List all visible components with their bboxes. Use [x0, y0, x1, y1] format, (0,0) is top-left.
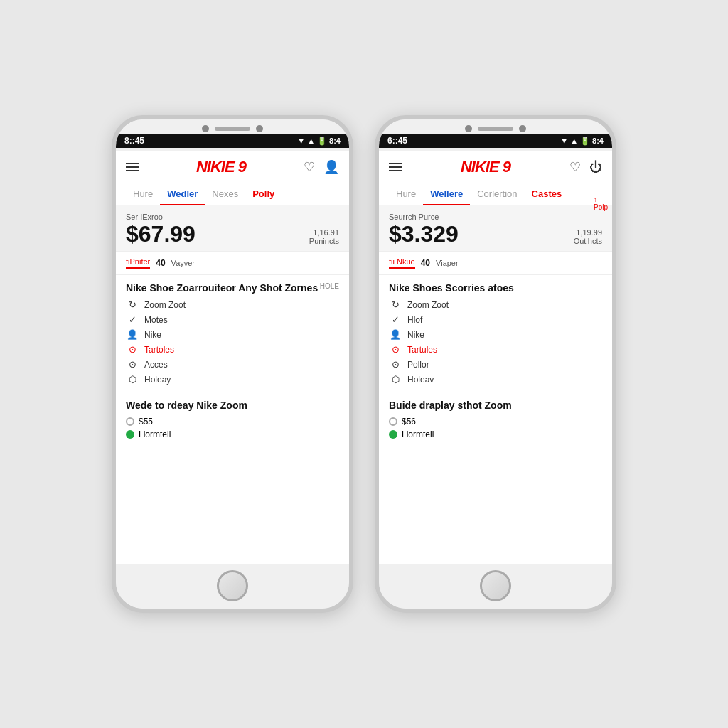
- feature-label-5: Holeav: [407, 375, 434, 385]
- feature-icon-3: ⊙: [126, 344, 139, 355]
- filter-tab-1[interactable]: fii Nkue: [389, 257, 415, 269]
- nav-tab-3[interactable]: Castes: [525, 186, 569, 205]
- menu-icon[interactable]: [126, 163, 139, 171]
- price-option-1[interactable]: $55: [126, 417, 339, 427]
- header-icons: ♡⏻: [569, 159, 602, 175]
- nav-tabs: HureWedlerNexesPolly: [116, 181, 349, 205]
- price-option-1[interactable]: $56: [389, 417, 602, 427]
- feature-icon-2: 👤: [126, 329, 139, 340]
- nav-tab-2[interactable]: Corlertion: [470, 186, 524, 205]
- home-button[interactable]: [480, 570, 511, 601]
- price-row: $3.3291,19.99Outihcts: [389, 223, 602, 245]
- feature-label-0: Zoom Zoot: [144, 300, 186, 310]
- feature-list: ↻Zoom Zoot✓Motes👤Nike⊙Tartoles⊙Acces⬡Hol…: [126, 299, 339, 385]
- feature-label-3: Tartoles: [144, 345, 174, 355]
- feature-icon-5: ⬡: [126, 374, 139, 385]
- option-1-label: $55: [139, 417, 153, 427]
- nav-tab-1[interactable]: Wellere: [423, 186, 470, 205]
- feature-label-5: Holeay: [144, 375, 171, 385]
- feature-item-5: ⬡Holeay: [126, 374, 339, 385]
- brand-logo: NIKIE 9: [461, 158, 510, 176]
- app-header: NIKIE 9♡⏻: [379, 151, 612, 181]
- status-right: ▼▲🔋 8:4: [297, 136, 341, 146]
- feature-icon-4: ⊙: [126, 359, 139, 370]
- feature-icon-0: ↻: [126, 299, 139, 310]
- phone-screen: NIKIE 9♡⏻HureWellereCorlertionCastes↑Pol…: [379, 151, 612, 564]
- nav-tab-2[interactable]: Nexes: [205, 186, 245, 205]
- price-option-2[interactable]: Liormtell: [126, 429, 339, 439]
- feature-item-1: ✓Motes: [126, 314, 339, 325]
- section-title: Nike Shoes Scorries atoes: [389, 282, 602, 294]
- nav-tab-1[interactable]: Wedler: [160, 186, 205, 205]
- option-1-label: $56: [402, 417, 416, 427]
- feature-item-1: ✓Hlof: [389, 314, 602, 325]
- feature-icon-5: ⬡: [389, 374, 402, 385]
- feature-label-2: Nike: [144, 330, 161, 340]
- filter-label: Viaper: [436, 259, 459, 267]
- price-meta: 1,19.99Outihcts: [574, 228, 602, 245]
- main-section: Nike Shoe Zoarrouiteor Any Shot Zornes H…: [116, 275, 349, 392]
- phone-top: 8::45▼▲🔋 8:4: [116, 119, 349, 151]
- feature-item-3: ⊙Tartoles: [126, 344, 339, 355]
- radio-2: [126, 430, 134, 439]
- battery-icon: 🔋: [317, 136, 327, 146]
- filter-row: fii Nkue 40 Viaper: [379, 252, 612, 275]
- price-section: Ser IExroo$67.991,16.91Punincts: [116, 205, 349, 252]
- filter-row: fiPniter 40 Vayver: [116, 252, 349, 275]
- user-button[interactable]: ⏻: [589, 160, 602, 175]
- status-right: ▼▲🔋 8:4: [560, 136, 604, 146]
- price-label: Seurrch Purce: [389, 213, 602, 221]
- nav-tab-3[interactable]: Polly: [245, 186, 282, 205]
- radio-1: [126, 417, 134, 426]
- status-bar: 6::45▼▲🔋 8:4: [379, 134, 612, 148]
- secondary-section: Buide draplay sthot Zoom$56Liormtell: [379, 392, 612, 449]
- price-option-2[interactable]: Liormtell: [389, 429, 602, 439]
- signal-icon: ▲: [570, 136, 578, 145]
- feature-item-2: 👤Nike: [389, 329, 602, 340]
- feature-item-4: ⊙Pollor: [389, 359, 602, 370]
- price-row: $67.991,16.91Punincts: [126, 223, 339, 245]
- secondary-title: Wede to rdeay Nike Zoom: [126, 400, 339, 411]
- wifi-icon: ▼: [560, 136, 568, 145]
- nav-tab-0[interactable]: Hure: [126, 186, 160, 205]
- feature-icon-2: 👤: [389, 329, 402, 340]
- app-header: NIKIE 9♡👤: [116, 151, 349, 181]
- heart-button[interactable]: ♡: [569, 159, 581, 175]
- secondary-title: Buide draplay sthot Zoom: [389, 400, 602, 411]
- radio-1: [389, 417, 397, 426]
- camera-icon: [202, 125, 209, 132]
- feature-icon-0: ↻: [389, 299, 402, 310]
- feature-label-4: Acces: [144, 360, 168, 370]
- signal-icon: ▲: [307, 136, 315, 145]
- feature-label-1: Hlof: [407, 315, 422, 325]
- feature-item-5: ⬡Holeav: [389, 374, 602, 385]
- status-time-left: 8::45: [124, 136, 144, 146]
- user-button[interactable]: 👤: [323, 159, 339, 175]
- filter-count: 40: [156, 258, 165, 268]
- phone-top: 6::45▼▲🔋 8:4: [379, 119, 612, 151]
- filter-count: 40: [421, 258, 430, 268]
- battery-icon: 🔋: [580, 136, 590, 146]
- main-price: $67.99: [126, 223, 196, 245]
- feature-item-4: ⊙Acces: [126, 359, 339, 370]
- feature-icon-1: ✓: [126, 314, 139, 325]
- wifi-icon: ▼: [297, 136, 305, 145]
- feature-item-0: ↻Zoom Zoot: [389, 299, 602, 310]
- home-button[interactable]: [217, 570, 248, 601]
- feature-label-0: Zoom Zoot: [407, 300, 449, 310]
- feature-label-1: Motes: [144, 315, 168, 325]
- nav-tabs: HureWellereCorlertionCastes↑Polp: [379, 181, 612, 205]
- phone-screen: NIKIE 9♡👤HureWedlerNexesPollySer IExroo$…: [116, 151, 349, 564]
- feature-icon-4: ⊙: [389, 359, 402, 370]
- speaker-grill: [215, 127, 250, 131]
- feature-icon-1: ✓: [389, 314, 402, 325]
- menu-icon[interactable]: [389, 163, 402, 171]
- phones-container: 8::45▼▲🔋 8:4NIKIE 9♡👤HureWedlerNexesPoll…: [112, 115, 616, 613]
- filter-label: Vayver: [171, 259, 195, 267]
- main-price: $3.329: [389, 223, 459, 245]
- nav-tab-0[interactable]: Hure: [389, 186, 423, 205]
- heart-button[interactable]: ♡: [304, 159, 315, 175]
- radio-2: [389, 430, 397, 439]
- filter-tab-1[interactable]: fiPniter: [126, 257, 150, 269]
- price-label: Ser IExroo: [126, 213, 339, 221]
